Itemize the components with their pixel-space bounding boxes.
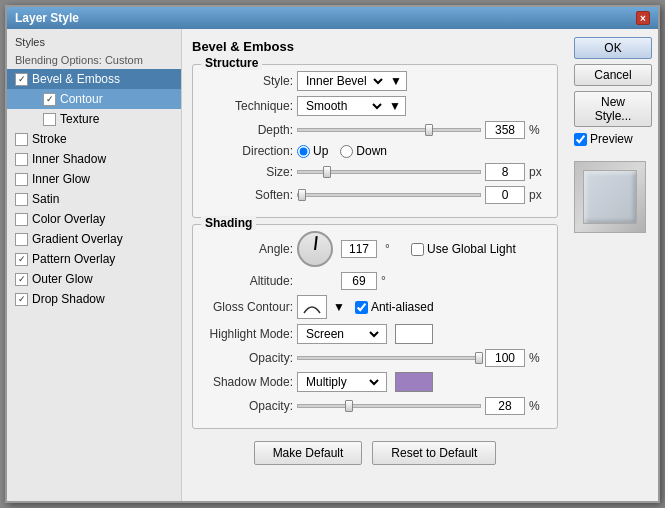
new-style-button[interactable]: New Style... (574, 91, 652, 127)
highlight-opacity-row: Opacity: 100 % (203, 349, 547, 367)
direction-down-label: Down (356, 144, 387, 158)
technique-select-box[interactable]: Smooth Chisel Hard Chisel Soft ▼ (297, 96, 406, 116)
size-unit: px (529, 165, 547, 179)
soften-input[interactable]: 0 (485, 186, 525, 204)
sidebar-item-outer-glow[interactable]: ✓ Outer Glow (7, 269, 181, 289)
dialog-body: Styles Blending Options: Custom ✓ Bevel … (7, 29, 658, 501)
shadow-opacity-unit: % (529, 399, 547, 413)
global-light-label: Use Global Light (427, 242, 516, 256)
sidebar-item-pattern-overlay[interactable]: ✓ Pattern Overlay (7, 249, 181, 269)
depth-input[interactable]: 358 (485, 121, 525, 139)
altitude-label: Altitude: (203, 274, 293, 288)
highlight-color-swatch[interactable] (395, 324, 433, 344)
sidebar-item-color-overlay[interactable]: Color Overlay (7, 209, 181, 229)
contour-checkbox[interactable]: ✓ (43, 93, 56, 106)
style-row: Style: Inner Bevel Outer Bevel Emboss ▼ (203, 71, 547, 91)
soften-row: Soften: 0 px (203, 186, 547, 204)
shadow-color-swatch[interactable] (395, 372, 433, 392)
color-overlay-checkbox[interactable] (15, 213, 28, 226)
altitude-input[interactable]: 69 (341, 272, 377, 290)
sidebar-item-satin[interactable]: Satin (7, 189, 181, 209)
preview-checkbox[interactable] (574, 133, 587, 146)
angle-dial[interactable] (297, 231, 333, 267)
highlight-mode-select[interactable]: Screen Normal Multiply (302, 326, 382, 342)
direction-up-radio[interactable] (297, 145, 310, 158)
global-light-checkbox[interactable] (411, 243, 424, 256)
shadow-opacity-row: Opacity: 28 % (203, 397, 547, 415)
shadow-opacity-slider-container (297, 404, 481, 408)
size-slider-track[interactable] (297, 170, 481, 174)
satin-label: Satin (32, 192, 59, 206)
gloss-contour-row: Gloss Contour: ▼ Anti-aliased (203, 295, 547, 319)
soften-slider-track[interactable] (297, 193, 481, 197)
highlight-opacity-label: Opacity: (203, 351, 293, 365)
inner-shadow-checkbox[interactable] (15, 153, 28, 166)
sidebar-item-inner-shadow[interactable]: Inner Shadow (7, 149, 181, 169)
shadow-opacity-input[interactable]: 28 (485, 397, 525, 415)
shadow-opacity-slider-thumb[interactable] (345, 400, 353, 412)
texture-checkbox[interactable] (43, 113, 56, 126)
outer-glow-checkbox[interactable]: ✓ (15, 273, 28, 286)
inner-shadow-label: Inner Shadow (32, 152, 106, 166)
make-default-button[interactable]: Make Default (254, 441, 363, 465)
sidebar-item-bevel-emboss[interactable]: ✓ Bevel & Emboss (7, 69, 181, 89)
highlight-opacity-slider-thumb[interactable] (475, 352, 483, 364)
highlight-opacity-slider-container (297, 356, 481, 360)
soften-unit: px (529, 188, 547, 202)
depth-slider-thumb[interactable] (425, 124, 433, 136)
ok-button[interactable]: OK (574, 37, 652, 59)
stroke-checkbox[interactable] (15, 133, 28, 146)
direction-down-option[interactable]: Down (340, 144, 387, 158)
style-select-box[interactable]: Inner Bevel Outer Bevel Emboss ▼ (297, 71, 407, 91)
anti-aliased-checkbox[interactable] (355, 301, 368, 314)
gradient-overlay-checkbox[interactable] (15, 233, 28, 246)
global-light-option[interactable]: Use Global Light (411, 242, 516, 256)
reset-to-default-button[interactable]: Reset to Default (372, 441, 496, 465)
anti-aliased-label: Anti-aliased (371, 300, 434, 314)
sidebar-item-drop-shadow[interactable]: ✓ Drop Shadow (7, 289, 181, 309)
sidebar-item-inner-glow[interactable]: Inner Glow (7, 169, 181, 189)
direction-up-label: Up (313, 144, 328, 158)
preview-label: Preview (590, 132, 633, 146)
angle-row: Angle: 117 ° Use Global Light (203, 231, 547, 267)
gloss-contour-box[interactable] (297, 295, 327, 319)
depth-slider-track[interactable] (297, 128, 481, 132)
contour-curve-svg (302, 299, 322, 315)
anti-aliased-option[interactable]: Anti-aliased (355, 300, 434, 314)
sidebar-item-stroke[interactable]: Stroke (7, 129, 181, 149)
pattern-overlay-checkbox[interactable]: ✓ (15, 253, 28, 266)
shadow-mode-select-box[interactable]: Multiply Normal Screen (297, 372, 387, 392)
shading-section: Shading Angle: 117 ° Use Global Light (192, 224, 558, 429)
bevel-emboss-label: Bevel & Emboss (32, 72, 120, 86)
bevel-emboss-checkbox[interactable]: ✓ (15, 73, 28, 86)
highlight-opacity-input[interactable]: 100 (485, 349, 525, 367)
direction-down-radio[interactable] (340, 145, 353, 158)
soften-slider-thumb[interactable] (298, 189, 306, 201)
size-slider-container (297, 170, 481, 174)
shadow-opacity-slider-track[interactable] (297, 404, 481, 408)
soften-label: Soften: (203, 188, 293, 202)
sidebar-item-gradient-overlay[interactable]: Gradient Overlay (7, 229, 181, 249)
drop-shadow-checkbox[interactable]: ✓ (15, 293, 28, 306)
satin-checkbox[interactable] (15, 193, 28, 206)
sidebar-item-texture[interactable]: Texture (7, 109, 181, 129)
highlight-opacity-slider-track[interactable] (297, 356, 481, 360)
size-slider-thumb[interactable] (323, 166, 331, 178)
technique-select[interactable]: Smooth Chisel Hard Chisel Soft (302, 98, 385, 114)
preview-inner (583, 170, 637, 224)
cancel-button[interactable]: Cancel (574, 64, 652, 86)
size-input[interactable]: 8 (485, 163, 525, 181)
size-label: Size: (203, 165, 293, 179)
style-select[interactable]: Inner Bevel Outer Bevel Emboss (302, 73, 386, 89)
close-button[interactable]: × (636, 11, 650, 25)
blending-options-item[interactable]: Blending Options: Custom (7, 51, 181, 69)
contour-dropdown-arrow[interactable]: ▼ (333, 300, 345, 314)
highlight-mode-select-box[interactable]: Screen Normal Multiply (297, 324, 387, 344)
technique-row: Technique: Smooth Chisel Hard Chisel Sof… (203, 96, 547, 116)
sidebar-item-contour[interactable]: ✓ Contour (7, 89, 181, 109)
direction-up-option[interactable]: Up (297, 144, 328, 158)
shadow-opacity-label: Opacity: (203, 399, 293, 413)
angle-input[interactable]: 117 (341, 240, 377, 258)
shadow-mode-select[interactable]: Multiply Normal Screen (302, 374, 382, 390)
inner-glow-checkbox[interactable] (15, 173, 28, 186)
